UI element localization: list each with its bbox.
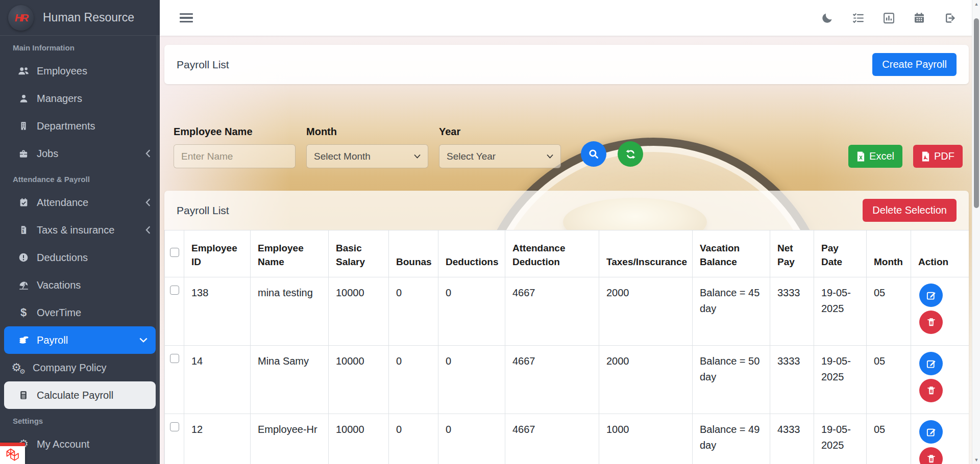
cell-action <box>911 414 969 464</box>
refresh-button[interactable] <box>618 141 643 167</box>
users-icon <box>15 66 32 76</box>
cell-attendance-deduction: 4667 <box>505 277 599 346</box>
month-select-value: Select Month <box>314 151 371 162</box>
trash-icon <box>926 317 936 327</box>
content-area: Payroll List Create Payroll Employee Nam… <box>160 36 980 464</box>
search-button[interactable] <box>581 141 606 167</box>
year-select[interactable]: Select Year <box>439 144 561 168</box>
search-icon <box>588 148 599 160</box>
edit-button[interactable] <box>919 283 943 307</box>
sidebar-item-departments[interactable]: Departments <box>0 112 160 140</box>
scrollbar-down-arrow[interactable]: ▼ <box>972 456 980 463</box>
chevron-down-icon <box>414 154 421 159</box>
sidebar-section-attendance-payroll: Attendance & Payroll <box>0 167 160 189</box>
cell-month: 05 <box>867 277 911 346</box>
laravel-logo-badge <box>0 443 25 464</box>
export-excel-button[interactable]: Excel <box>848 145 902 168</box>
col-pay-date: Pay Date <box>814 230 867 277</box>
cell-employee-id: 138 <box>184 277 251 346</box>
scrollbar-thumb[interactable] <box>974 18 979 208</box>
sidebar-item-managers[interactable]: Managers <box>0 85 160 112</box>
employee-name-input[interactable] <box>174 144 296 168</box>
sidebar-item-deductions[interactable]: Deductions <box>0 244 160 271</box>
laravel-badge-stripe <box>0 443 25 446</box>
cell-net-pay: 4333 <box>770 414 814 464</box>
cell-vacation-balance: Balance = 49 day <box>693 414 770 464</box>
logout-icon[interactable] <box>943 11 957 24</box>
tasks-icon[interactable] <box>851 11 865 24</box>
row-checkbox[interactable] <box>170 422 179 431</box>
calendar-icon[interactable] <box>913 11 926 24</box>
sidebar-item-label: OverTime <box>37 307 81 319</box>
sidebar-item-overtime[interactable]: $ OverTime <box>0 299 160 326</box>
sidebar-item-label: Deductions <box>37 252 88 264</box>
row-checkbox[interactable] <box>170 354 179 363</box>
scrollbar-up-arrow[interactable]: ▲ <box>972 1 980 8</box>
sidebar-item-jobs[interactable]: Jobs <box>0 140 160 167</box>
bar-chart-icon[interactable] <box>882 11 895 24</box>
file-invoice-dollar-icon: $ <box>15 225 32 235</box>
cell-employee-name: Mina Samy <box>251 346 329 414</box>
coins-icon <box>15 335 32 345</box>
calculator-icon <box>15 390 32 400</box>
laravel-logo <box>4 447 21 462</box>
cell-net-pay: 3333 <box>770 346 814 414</box>
exclamation-circle-icon <box>15 252 32 263</box>
sidebar-item-taxs-insurance[interactable]: $ Taxs & insurance <box>0 216 160 244</box>
trash-icon <box>926 454 936 464</box>
cell-month: 05 <box>867 346 911 414</box>
delete-button[interactable] <box>919 379 943 402</box>
cell-employee-id: 14 <box>184 346 251 414</box>
file-excel-icon <box>856 151 865 162</box>
select-all-checkbox[interactable] <box>170 248 179 257</box>
sidebar-item-company-policy[interactable]: ⚙⚙ Company Policy <box>0 354 160 381</box>
year-filter: Year Select Year <box>439 126 561 168</box>
sidebar-item-calculate-payroll[interactable]: Calculate Payroll <box>4 381 156 409</box>
building-icon <box>15 121 32 131</box>
select-all-cell <box>165 230 184 277</box>
sidebar-section-settings: Settings <box>0 409 160 430</box>
moon-icon[interactable] <box>821 11 834 24</box>
cell-vacation-balance: Balance = 50 day <box>693 346 770 414</box>
sidebar-item-employees[interactable]: Employees <box>0 57 160 85</box>
cell-attendance-deduction: 4667 <box>505 346 599 414</box>
sidebar-item-label: My Account <box>37 439 89 450</box>
col-employee-id: Employee ID <box>184 230 251 277</box>
col-deductions: Deductions <box>438 230 505 277</box>
edit-button[interactable] <box>919 420 943 444</box>
edit-icon <box>926 427 937 437</box>
sidebar-scrollbar[interactable] <box>156 36 160 464</box>
month-select[interactable]: Select Month <box>306 144 428 168</box>
edit-button[interactable] <box>919 352 943 375</box>
sidebar-item-vacations[interactable]: Vacations <box>0 271 160 299</box>
page-header-card: Payroll List Create Payroll <box>164 45 969 84</box>
employee-name-filter: Employee Name <box>174 126 296 168</box>
delete-button[interactable] <box>919 447 943 464</box>
chevron-down-icon <box>139 338 148 343</box>
page-scrollbar[interactable]: ▲ ▼ <box>972 0 980 464</box>
delete-selection-button[interactable]: Delete Selection <box>863 199 957 222</box>
export-pdf-button[interactable]: PDF <box>913 145 963 168</box>
cell-attendance-deduction: 4667 <box>505 414 599 464</box>
app-root: HR Human Resource Main Information Emplo… <box>0 0 980 464</box>
page-title: Payroll List <box>177 59 229 71</box>
payroll-table: Employee ID Employee Name Basic Salary B… <box>164 230 969 464</box>
row-select-cell <box>165 277 184 346</box>
sidebar-item-payroll[interactable]: Payroll <box>4 326 156 354</box>
sidebar-item-attendance[interactable]: Attendance <box>0 189 160 216</box>
col-month: Month <box>867 230 911 277</box>
briefcase-icon <box>15 149 32 159</box>
create-payroll-button[interactable]: Create Payroll <box>872 53 957 76</box>
row-checkbox[interactable] <box>170 286 179 295</box>
cell-deductions: 0 <box>438 346 505 414</box>
delete-button[interactable] <box>919 311 943 334</box>
sidebar: HR Human Resource Main Information Emplo… <box>0 0 160 464</box>
cell-pay-date: 19-05-2025 <box>814 277 867 346</box>
chevron-left-icon <box>145 198 151 207</box>
app-logo[interactable]: HR <box>8 5 34 31</box>
year-select-value: Select Year <box>447 151 496 162</box>
export-buttons: Excel PDF <box>848 145 963 168</box>
sidebar-item-label: Payroll <box>37 334 68 346</box>
cell-action <box>911 346 969 414</box>
sidebar-toggle-button[interactable] <box>180 13 193 22</box>
